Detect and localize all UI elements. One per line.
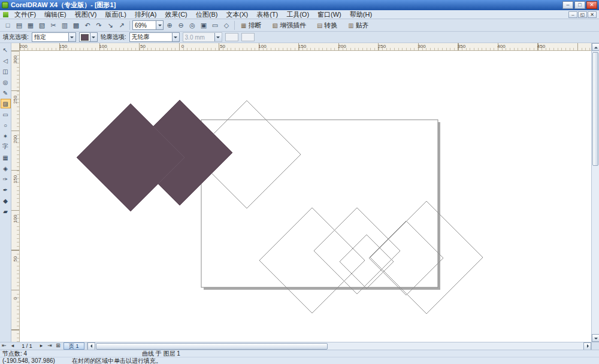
- toolbar-button[interactable]: ▤转换: [313, 20, 341, 31]
- outline-pen-tool[interactable]: ✒: [1, 185, 11, 195]
- smart-fill-tool[interactable]: ▨: [1, 99, 11, 108]
- outline-options-label: 轮廓选项:: [101, 33, 126, 41]
- menu-item[interactable]: 版面(L): [101, 10, 130, 19]
- zoom-out-icon[interactable]: ⊖: [176, 20, 186, 31]
- ruler-label: 0: [181, 44, 184, 49]
- drawing-page[interactable]: [201, 120, 438, 287]
- ruler-label: 350: [458, 44, 465, 49]
- outline-width-select: 3.0 mm: [183, 32, 222, 42]
- menu-item[interactable]: 编辑(E): [40, 10, 71, 19]
- open-icon[interactable]: ▤: [14, 20, 25, 31]
- toolbar-button-label: 排断: [248, 21, 261, 30]
- freehand-tool[interactable]: ✎: [1, 88, 11, 98]
- maximize-button[interactable]: □: [574, 1, 585, 9]
- menu-item[interactable]: 帮助(H): [346, 10, 376, 19]
- menu-item[interactable]: 位图(B): [192, 10, 222, 19]
- add-page-icon[interactable]: ⊞: [54, 342, 62, 350]
- left-ruler[interactable]: 300250200150100500: [11, 51, 20, 342]
- text-tool[interactable]: 字: [1, 142, 11, 151]
- crop-tool[interactable]: ◫: [1, 66, 11, 76]
- close-button[interactable]: ✕: [586, 1, 597, 9]
- zoom-in-icon[interactable]: ⊕: [164, 20, 175, 31]
- menu-item[interactable]: 效果(C): [161, 10, 192, 19]
- zoom-actual-icon[interactable]: ◎: [187, 20, 198, 31]
- toolbar-text-buttons: ▦排断▧增强插件▤转换▥贴齐: [237, 20, 373, 31]
- toolbar-icons: □▤▦▧✂▥▩↶↷↘↗: [2, 20, 127, 31]
- pick-tool[interactable]: ↖: [1, 45, 11, 54]
- cursor-coordinates: (-190.548, 307.986): [2, 357, 55, 364]
- ruler-label: 200: [20, 44, 28, 49]
- new-icon[interactable]: □: [2, 20, 13, 31]
- eyedropper-tool[interactable]: ✑: [1, 174, 11, 184]
- last-page-icon[interactable]: ⇥: [46, 342, 54, 350]
- scroll-left-icon[interactable]: [87, 342, 95, 350]
- previous-page-icon[interactable]: ◂: [8, 342, 17, 350]
- fill-color-swatch: [81, 34, 89, 41]
- polygon-tool[interactable]: ✶: [1, 131, 11, 141]
- interactive-fill-tool[interactable]: ▰: [1, 207, 11, 216]
- zoom-level-select[interactable]: 69%: [132, 20, 164, 30]
- mdi-minimize-button[interactable]: –: [568, 11, 577, 18]
- shape-tool[interactable]: ◁: [1, 56, 11, 65]
- page-bar: ⇤ ◂ 1 / 1 ▸ ⇥ ⊞ 页 1: [0, 342, 599, 350]
- menu-item[interactable]: 文件(F): [10, 10, 40, 19]
- ruler-origin-corner[interactable]: [11, 43, 20, 51]
- outline-style-spinner[interactable]: [241, 33, 255, 41]
- copy-icon[interactable]: ▥: [59, 20, 70, 31]
- toolbar-button[interactable]: ▦排断: [237, 20, 265, 31]
- outline-options-select[interactable]: 无轮廓: [129, 32, 180, 42]
- chevron-down-icon: [68, 33, 75, 41]
- zoom-tool[interactable]: ◎: [1, 77, 11, 87]
- object-info: 曲线 于 图层 1: [142, 350, 180, 357]
- horizontal-scroll-thumb[interactable]: [96, 343, 328, 350]
- mdi-close-button[interactable]: ✕: [588, 11, 597, 18]
- page-tab[interactable]: 页 1: [63, 342, 84, 350]
- drawing-canvas[interactable]: [20, 51, 591, 342]
- top-ruler[interactable]: 20015010050050100150200250300350400450: [20, 43, 591, 51]
- horizontal-scrollbar[interactable]: [87, 342, 591, 350]
- ruler-label: 250: [13, 95, 18, 104]
- undo-icon[interactable]: ↶: [82, 20, 93, 31]
- zoom-selected-icon[interactable]: ◇: [221, 20, 232, 31]
- rectangle-tool[interactable]: ▭: [1, 110, 11, 119]
- vertical-scrollbar[interactable]: [591, 43, 599, 342]
- ellipse-tool[interactable]: ○: [1, 120, 11, 130]
- scroll-right-icon[interactable]: [583, 342, 591, 350]
- fill-options-select[interactable]: 指定: [32, 32, 76, 42]
- scroll-up-icon[interactable]: [592, 43, 599, 51]
- ruler-label: 0: [13, 295, 18, 303]
- mdi-restore-button[interactable]: ◱: [578, 11, 587, 18]
- next-page-icon[interactable]: ▸: [37, 342, 46, 350]
- outline-width-spinner[interactable]: [225, 33, 238, 41]
- toolbar-button[interactable]: ▥贴齐: [344, 20, 372, 31]
- scroll-down-icon[interactable]: [592, 334, 599, 342]
- fill-tool[interactable]: ◆: [1, 196, 11, 205]
- document-icon: [3, 12, 8, 17]
- menu-item[interactable]: 工具(O): [282, 10, 313, 19]
- table-tool[interactable]: ▦: [1, 153, 11, 162]
- fill-color-picker[interactable]: [79, 32, 98, 42]
- cut-icon[interactable]: ✂: [48, 20, 59, 31]
- toolbar-button[interactable]: ▧增强插件: [268, 20, 309, 31]
- import-icon[interactable]: ↘: [105, 20, 116, 31]
- menu-item[interactable]: 视图(V): [71, 10, 101, 19]
- first-page-icon[interactable]: ⇤: [0, 342, 8, 350]
- paste-icon[interactable]: ▩: [71, 20, 81, 31]
- menu-bar: 文件(F)编辑(E)视图(V)版面(L)排列(A)效果(C)位图(B)文本(X)…: [0, 10, 599, 19]
- print-icon[interactable]: ▧: [37, 20, 47, 31]
- menu-item[interactable]: 表格(T): [252, 10, 282, 19]
- redo-icon[interactable]: ↷: [93, 20, 104, 31]
- zoom-width-icon[interactable]: ▭: [210, 20, 220, 31]
- menu-item[interactable]: 排列(A): [131, 10, 161, 19]
- save-icon[interactable]: ▦: [25, 20, 36, 31]
- standard-toolbar: □▤▦▧✂▥▩↶↷↘↗ 69% ⊕⊖◎▣▭◇ ▦排断▧增强插件▤转换▥贴齐: [0, 19, 599, 32]
- menu-item[interactable]: 窗口(W): [313, 10, 346, 19]
- menu-item[interactable]: 文本(X): [222, 10, 252, 19]
- minimize-button[interactable]: –: [562, 1, 573, 9]
- blend-tool[interactable]: ◈: [1, 163, 11, 173]
- export-icon[interactable]: ↗: [116, 20, 127, 31]
- toolbar-zoom-icons: ⊕⊖◎▣▭◇: [164, 20, 232, 31]
- chevron-down-icon: [90, 33, 97, 41]
- zoom-page-icon[interactable]: ▣: [198, 20, 209, 31]
- vertical-scroll-thumb[interactable]: [592, 52, 598, 166]
